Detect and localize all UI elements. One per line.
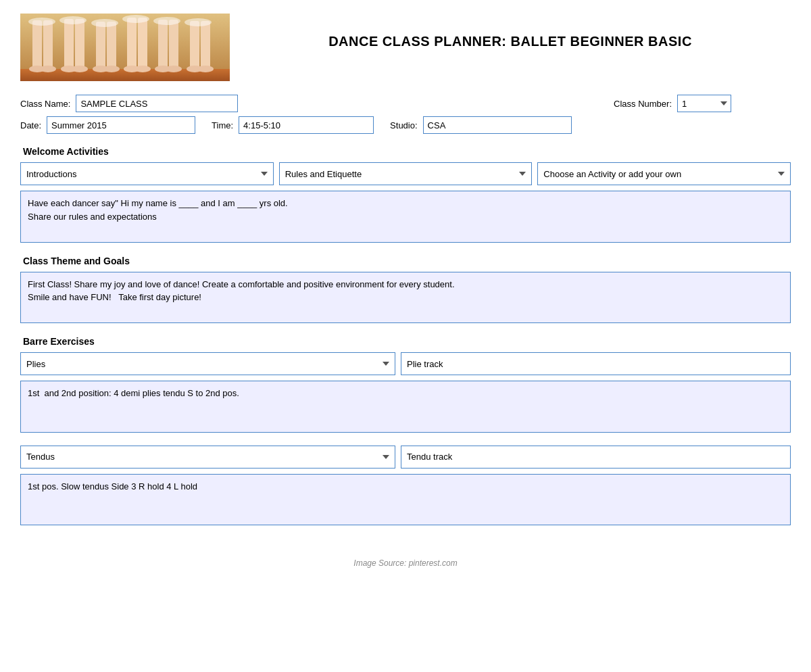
- barre-notes-1[interactable]: 1st and 2nd position: 4 demi plies tendu…: [20, 381, 791, 433]
- class-theme-notes[interactable]: First Class! Share my joy and love of da…: [20, 272, 791, 324]
- welcome-dropdown-3[interactable]: Choose an Activity or add your own Freez…: [537, 162, 791, 185]
- barre-notes-2[interactable]: 1st pos. Slow tendus Side 3 R hold 4 L h…: [20, 474, 791, 526]
- svg-rect-22: [190, 21, 199, 69]
- header-image: [20, 14, 230, 81]
- svg-rect-10: [96, 22, 105, 69]
- class-number-select[interactable]: 1 2 3 4 5: [677, 95, 731, 112]
- barre-row-1: Plies Releves Tendus Degages: [20, 352, 791, 375]
- svg-point-5: [40, 66, 56, 72]
- barre-dropdown-2[interactable]: Tendus Plies Releves Degages: [20, 446, 395, 469]
- svg-point-30: [153, 17, 180, 25]
- svg-rect-3: [43, 20, 53, 69]
- svg-rect-15: [138, 18, 147, 69]
- welcome-dropdown-2[interactable]: Rules and Etiquette Safety Rules Behavio…: [279, 162, 533, 185]
- form-row-datetime: Date: Time: Studio:: [20, 116, 791, 134]
- date-input[interactable]: [47, 116, 195, 134]
- studio-input[interactable]: [423, 116, 572, 134]
- svg-point-26: [28, 18, 55, 26]
- welcome-notes[interactable]: Have each dancer say" Hi my name is ____…: [20, 191, 791, 243]
- header-title-area: DANCE CLASS PLANNER: BALLET BEGINNER BAS…: [230, 14, 791, 49]
- barre-select-wrap-2: Tendus Plies Releves Degages: [20, 446, 395, 469]
- class-name-label: Class Name:: [20, 99, 70, 109]
- svg-point-31: [185, 18, 212, 26]
- time-input[interactable]: [239, 116, 374, 134]
- svg-rect-7: [75, 19, 84, 69]
- svg-rect-18: [158, 20, 168, 69]
- class-theme-label: Class Theme and Goals: [23, 256, 791, 266]
- barre-exercises-label: Barre Exercises: [23, 336, 791, 347]
- svg-rect-19: [169, 20, 178, 69]
- barre-track-1[interactable]: [401, 352, 791, 375]
- image-source-note: Image Source: pinterest.com: [20, 558, 791, 568]
- header: DANCE CLASS PLANNER: BALLET BEGINNER BAS…: [20, 14, 791, 81]
- barre-track-2[interactable]: [401, 446, 791, 469]
- ballet-svg: [20, 14, 230, 81]
- form-row-class: Class Name: Class Number: 1 2 3 4 5: [20, 95, 791, 112]
- svg-point-27: [59, 16, 87, 24]
- class-number-label: Class Number:: [614, 99, 672, 109]
- barre-select-wrap-1: Plies Releves Tendus Degages: [20, 352, 395, 375]
- svg-rect-14: [127, 18, 137, 69]
- main-title: DANCE CLASS PLANNER: BALLET BEGINNER BAS…: [328, 34, 692, 49]
- svg-rect-11: [107, 22, 116, 69]
- svg-point-25: [197, 66, 214, 72]
- svg-point-17: [134, 66, 151, 72]
- svg-point-21: [166, 66, 182, 72]
- welcome-selects-row: Introductions Warm Up Stretching Rules a…: [20, 162, 791, 185]
- svg-point-9: [72, 66, 88, 72]
- svg-point-28: [91, 19, 118, 27]
- page: DANCE CLASS PLANNER: BALLET BEGINNER BAS…: [0, 0, 811, 581]
- svg-point-13: [103, 66, 120, 72]
- date-label: Date:: [20, 120, 41, 130]
- svg-rect-23: [201, 21, 210, 69]
- svg-rect-2: [32, 20, 42, 69]
- time-label: Time:: [212, 120, 233, 130]
- barre-row-2: Tendus Plies Releves Degages: [20, 446, 791, 469]
- svg-point-29: [122, 15, 149, 23]
- welcome-dropdown-1[interactable]: Introductions Warm Up Stretching: [20, 162, 274, 185]
- svg-rect-6: [64, 19, 74, 69]
- welcome-activities-label: Welcome Activities: [23, 146, 791, 157]
- class-name-input[interactable]: [76, 95, 238, 112]
- studio-label: Studio:: [390, 120, 417, 130]
- barre-dropdown-1[interactable]: Plies Releves Tendus Degages: [20, 352, 395, 375]
